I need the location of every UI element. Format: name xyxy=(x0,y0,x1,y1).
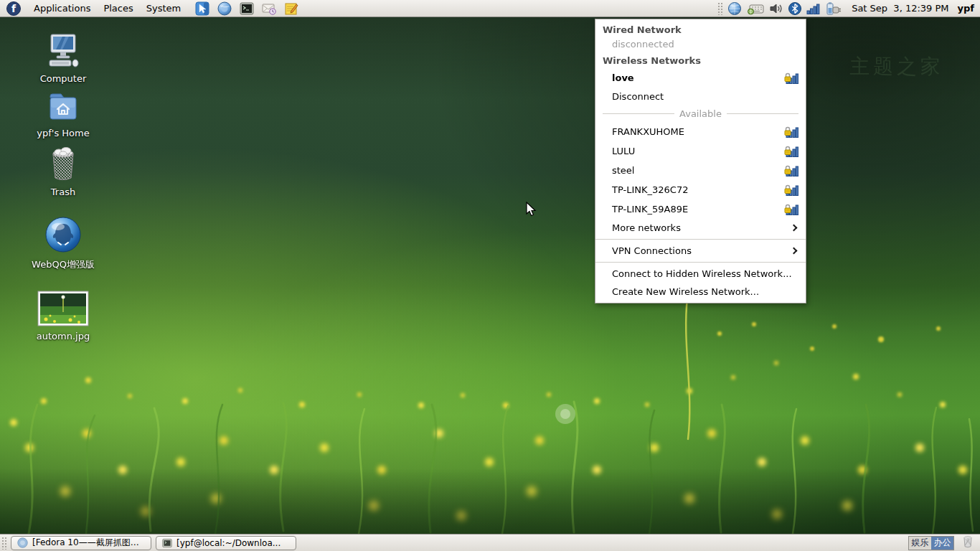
menu-separator xyxy=(595,262,806,263)
computer-icon xyxy=(45,33,81,69)
available-label: Available xyxy=(674,108,727,119)
wallpaper-grass xyxy=(0,17,980,534)
network-name: LULU xyxy=(612,146,635,156)
taskbar-window-terminal[interactable]: [ypf@local:~/Downloa... xyxy=(156,536,296,550)
available-separator: Available xyxy=(595,105,806,122)
menu-places[interactable]: Places xyxy=(97,0,139,17)
volume-icon[interactable] xyxy=(769,2,783,15)
window-list-drag-handle[interactable] xyxy=(1,537,7,550)
trash-applet[interactable] xyxy=(961,535,974,550)
wallpaper-watermark: 主题之家 xyxy=(804,53,980,80)
menu-item-network-lulu[interactable]: LULU xyxy=(595,141,806,161)
menu-separator xyxy=(595,239,806,240)
menu-item-disconnect[interactable]: Disconnect xyxy=(595,88,806,105)
pointer-app-icon xyxy=(195,1,209,16)
window-title: [ypf@local:~/Downloa... xyxy=(176,538,281,548)
web-browser-icon xyxy=(17,537,28,548)
menu-item-connect-hidden[interactable]: Connect to Hidden Wireless Network... xyxy=(595,265,806,283)
trash-icon xyxy=(45,146,81,182)
notes-launcher[interactable] xyxy=(283,1,299,17)
vpn-connections-label: VPN Connections xyxy=(612,245,692,256)
desktop-icon-computer[interactable]: Computer xyxy=(29,33,98,84)
panel-clock[interactable]: Sat Sep 3, 12:39 PM xyxy=(852,3,948,14)
user-switcher[interactable]: ypf xyxy=(958,3,974,14)
desktop-icon-label: automn.jpg xyxy=(37,331,90,342)
disconnect-label: Disconnect xyxy=(612,91,664,102)
applet-drag-handle[interactable] xyxy=(717,2,723,15)
top-panel: f Applications Places System xyxy=(0,0,980,17)
mail-calendar-launcher[interactable] xyxy=(261,1,277,17)
secure-wifi-signal-icon xyxy=(784,126,798,138)
desktop-icon-label: WebQQ增强版 xyxy=(32,258,95,271)
image-thumbnail-icon xyxy=(37,291,89,326)
menu-item-network-steel[interactable]: steel xyxy=(595,161,806,180)
wireless-networks-header: Wireless Networks xyxy=(595,52,806,68)
desktop-icon-label: Trash xyxy=(51,187,75,197)
menu-applications[interactable]: Applications xyxy=(27,0,97,17)
window-title: [Fedora 10——截屏抓图… xyxy=(32,537,139,549)
terminal-launcher[interactable] xyxy=(239,1,255,17)
desktop-icon-trash[interactable]: Trash xyxy=(29,146,98,197)
mouse-cursor xyxy=(526,202,537,217)
menu-item-network-frankxuhome[interactable]: FRANKXUHOME xyxy=(595,122,806,141)
workspace-entertainment[interactable]: 娱乐 xyxy=(909,537,931,550)
web-browser-launcher[interactable] xyxy=(217,1,232,17)
secure-wifi-signal-icon xyxy=(784,72,798,84)
menu-item-more-networks[interactable]: More networks xyxy=(595,219,806,237)
keyboard-layout-icon[interactable] xyxy=(747,2,764,15)
desktop-icon-label: ypf's Home xyxy=(37,128,89,138)
connect-hidden-label: Connect to Hidden Wireless Network... xyxy=(612,268,792,279)
pointer-app-launcher[interactable] xyxy=(194,1,210,17)
mail-calendar-icon xyxy=(262,1,276,16)
secure-wifi-signal-icon xyxy=(784,184,798,196)
wired-status: disconnected xyxy=(595,37,806,52)
trash-icon xyxy=(961,535,974,548)
menu-item-connected-network[interactable]: love xyxy=(595,68,806,88)
web-browser-icon xyxy=(217,1,232,16)
secure-wifi-signal-icon xyxy=(784,203,798,215)
gnome-desktop-screen: 主题之家 Computer ypf's Home xyxy=(0,0,980,551)
notes-icon xyxy=(284,1,298,16)
taskbar-window-firefox[interactable]: [Fedora 10——截屏抓图… xyxy=(11,536,151,550)
desktop-icon-label: Computer xyxy=(40,73,87,84)
workspace-office[interactable]: 办公 xyxy=(931,537,953,550)
terminal-icon xyxy=(162,538,172,548)
menu-system[interactable]: System xyxy=(140,0,187,17)
desktop-icon-webqq[interactable]: WebQQ增强版 xyxy=(29,215,98,271)
wireless-signal-icon[interactable] xyxy=(806,2,821,14)
bottom-panel: [Fedora 10——截屏抓图… [ypf@local:~/Downloa..… xyxy=(0,534,980,551)
secure-wifi-signal-icon xyxy=(784,145,798,157)
chevron-right-icon xyxy=(791,248,798,255)
bluetooth-icon[interactable] xyxy=(788,2,801,15)
create-new-label: Create New Wireless Network... xyxy=(612,286,759,297)
status-icons xyxy=(727,1,842,16)
fedora-logo-icon: f xyxy=(6,1,21,16)
menu-item-network-tplink-326c72[interactable]: TP-LINK_326C72 xyxy=(595,180,806,199)
connected-network-label: love xyxy=(612,72,634,83)
chevron-right-icon xyxy=(791,225,798,232)
panel-launchers xyxy=(194,1,299,17)
battery-power-icon[interactable] xyxy=(826,1,842,16)
desktop-icon-automn-jpg[interactable]: automn.jpg xyxy=(29,291,98,342)
menu-item-network-tplink-59a89e[interactable]: TP-LINK_59A89E xyxy=(595,199,806,219)
more-networks-label: More networks xyxy=(612,222,681,233)
fedora-main-menu-button[interactable]: f xyxy=(0,0,27,17)
network-globe-icon[interactable] xyxy=(727,1,742,16)
network-name: TP-LINK_59A89E xyxy=(612,204,688,215)
webqq-icon xyxy=(44,215,83,254)
desktop-icon-home[interactable]: ypf's Home xyxy=(29,90,98,138)
terminal-icon xyxy=(240,1,254,16)
network-name: steel xyxy=(612,165,634,176)
network-manager-menu: Wired Network disconnected Wireless Netw… xyxy=(595,19,806,303)
network-name: TP-LINK_326C72 xyxy=(612,184,688,195)
secure-wifi-signal-icon xyxy=(784,164,798,176)
network-name: FRANKXUHOME xyxy=(612,126,684,137)
wired-network-header: Wired Network xyxy=(595,22,806,37)
home-folder-icon xyxy=(45,90,81,123)
menu-item-vpn-connections[interactable]: VPN Connections xyxy=(595,242,806,260)
workspace-switcher: 娱乐 办公 xyxy=(908,536,954,550)
menu-item-create-new[interactable]: Create New Wireless Network... xyxy=(595,283,806,301)
desktop-wallpaper: 主题之家 xyxy=(0,17,980,534)
